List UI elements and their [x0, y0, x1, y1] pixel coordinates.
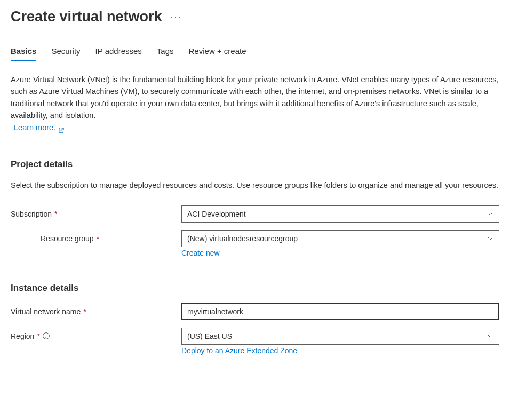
region-label: Region [11, 332, 34, 340]
resource-group-label: Resource group [41, 234, 94, 243]
chevron-down-icon [487, 235, 493, 242]
required-indicator: * [37, 332, 39, 340]
deploy-extended-zone-link[interactable]: Deploy to an Azure Extended Zone [181, 346, 297, 355]
chevron-down-icon [487, 211, 493, 217]
tab-security[interactable]: Security [51, 46, 80, 61]
tab-ip-addresses[interactable]: IP addresses [95, 46, 142, 61]
create-new-resource-group-link[interactable]: Create new [181, 249, 220, 257]
subscription-value: ACI Development [187, 210, 246, 218]
intro-description: Azure Virtual Network (VNet) is the fund… [11, 74, 499, 133]
resource-group-select[interactable]: (New) virtualnodesresourcegroup [181, 230, 499, 247]
required-indicator: * [97, 234, 99, 243]
subscription-select[interactable]: ACI Development [181, 205, 499, 223]
chevron-down-icon [487, 333, 493, 339]
page-title: Create virtual network [11, 9, 162, 25]
region-select[interactable]: (US) East US [181, 328, 499, 345]
project-details-heading: Project details [11, 159, 499, 170]
virtual-network-name-input[interactable] [181, 303, 499, 320]
learn-more-label: Learn more. [14, 122, 55, 133]
required-indicator: * [54, 210, 57, 218]
learn-more-link[interactable]: Learn more. [14, 122, 64, 133]
resource-group-value: (New) virtualnodesresourcegroup [187, 234, 298, 243]
virtual-network-name-field[interactable] [187, 307, 493, 316]
tabs-container: Basics Security IP addresses Tags Review… [11, 46, 499, 62]
tree-connector-line [25, 215, 37, 234]
tab-tags[interactable]: Tags [157, 46, 174, 61]
external-link-icon [58, 125, 64, 131]
instance-details-heading: Instance details [11, 283, 499, 294]
virtual-network-name-label: Virtual network name [11, 307, 81, 316]
tab-review-create[interactable]: Review + create [189, 46, 246, 61]
region-value: (US) East US [187, 332, 232, 340]
required-indicator: * [83, 307, 86, 316]
intro-text: Azure Virtual Network (VNet) is the fund… [11, 75, 498, 120]
info-icon[interactable]: i [43, 332, 50, 339]
more-actions-button[interactable]: ··· [171, 11, 182, 22]
tab-basics[interactable]: Basics [11, 46, 36, 61]
project-details-description: Select the subscription to manage deploy… [11, 179, 499, 191]
